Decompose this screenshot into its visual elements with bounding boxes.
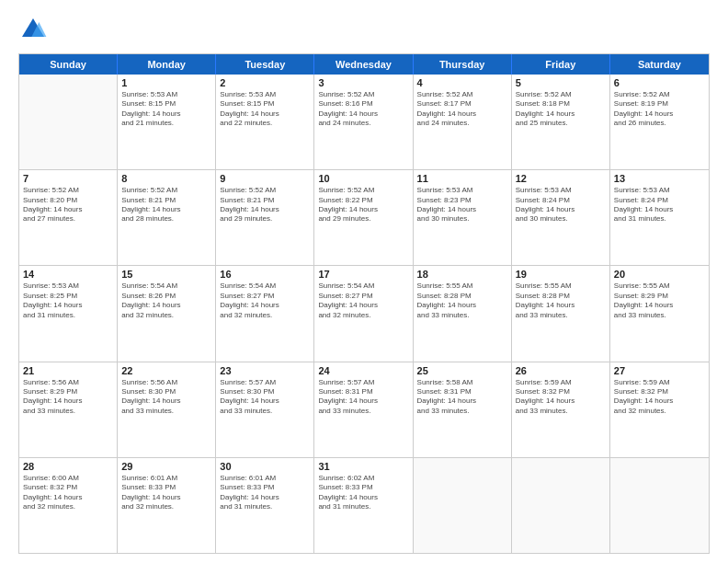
cell-info-line: Sunset: 8:31 PM bbox=[417, 387, 507, 396]
day-number: 4 bbox=[417, 77, 507, 88]
cell-info-line: Sunset: 8:16 PM bbox=[318, 99, 408, 109]
cell-info-line: Daylight: 14 hours bbox=[614, 301, 705, 310]
cell-info-line: and 32 minutes. bbox=[318, 311, 408, 320]
cell-info-line: Sunset: 8:30 PM bbox=[121, 387, 211, 396]
day-number: 1 bbox=[121, 77, 211, 88]
cell-info-line: and 33 minutes. bbox=[614, 311, 705, 320]
calendar-day-header: Thursday bbox=[414, 54, 512, 75]
cell-info-line: Sunrise: 5:56 AM bbox=[23, 378, 113, 387]
cell-info-line: Sunrise: 5:54 AM bbox=[220, 282, 310, 291]
cell-info-line: Sunset: 8:20 PM bbox=[23, 196, 113, 205]
cell-info-line: Sunrise: 5:53 AM bbox=[614, 186, 705, 195]
day-number: 18 bbox=[417, 269, 507, 280]
cell-info-line: Daylight: 14 hours bbox=[121, 301, 211, 310]
calendar-cell: 1Sunrise: 5:53 AMSunset: 8:15 PMDaylight… bbox=[118, 75, 216, 169]
calendar-cell: 24Sunrise: 5:57 AMSunset: 8:31 PMDayligh… bbox=[314, 362, 413, 457]
cell-info-line: Daylight: 14 hours bbox=[220, 109, 310, 119]
day-number: 21 bbox=[23, 365, 113, 376]
cell-info-line: Daylight: 14 hours bbox=[318, 109, 408, 119]
day-number: 16 bbox=[220, 269, 310, 280]
day-number: 7 bbox=[23, 173, 113, 184]
cell-info-line: Sunrise: 5:52 AM bbox=[23, 186, 113, 195]
calendar-cell: 22Sunrise: 5:56 AMSunset: 8:30 PMDayligh… bbox=[118, 362, 216, 457]
cell-info-line: and 29 minutes. bbox=[318, 214, 408, 224]
calendar-cell bbox=[414, 458, 512, 553]
calendar-cell: 6Sunrise: 5:52 AMSunset: 8:19 PMDaylight… bbox=[610, 75, 709, 169]
cell-info-line: Daylight: 14 hours bbox=[516, 396, 606, 406]
cell-info-line: Sunrise: 5:53 AM bbox=[23, 282, 113, 291]
calendar-cell: 11Sunrise: 5:53 AMSunset: 8:23 PMDayligh… bbox=[414, 170, 512, 265]
calendar-row: 1Sunrise: 5:53 AMSunset: 8:15 PMDaylight… bbox=[19, 75, 709, 170]
cell-info-line: Daylight: 14 hours bbox=[318, 301, 408, 310]
calendar-cell: 10Sunrise: 5:52 AMSunset: 8:22 PMDayligh… bbox=[314, 170, 413, 265]
cell-info-line: Sunrise: 5:58 AM bbox=[417, 378, 507, 387]
cell-info-line: Sunset: 8:15 PM bbox=[121, 99, 211, 109]
cell-info-line: Sunset: 8:29 PM bbox=[23, 387, 113, 396]
day-number: 25 bbox=[417, 365, 507, 376]
calendar-cell bbox=[512, 458, 610, 553]
calendar-cell: 21Sunrise: 5:56 AMSunset: 8:29 PMDayligh… bbox=[19, 362, 118, 457]
cell-info-line: Daylight: 14 hours bbox=[417, 396, 507, 406]
cell-info-line: and 32 minutes. bbox=[121, 311, 211, 320]
cell-info-line: and 33 minutes. bbox=[417, 311, 507, 320]
calendar-day-header: Sunday bbox=[19, 54, 118, 75]
cell-info-line: Sunset: 8:29 PM bbox=[614, 292, 705, 301]
calendar-cell: 14Sunrise: 5:53 AMSunset: 8:25 PMDayligh… bbox=[19, 266, 118, 361]
cell-info-line: Sunset: 8:32 PM bbox=[516, 387, 606, 396]
calendar-day-header: Tuesday bbox=[216, 54, 314, 75]
cell-info-line: Daylight: 14 hours bbox=[220, 205, 310, 214]
day-number: 14 bbox=[23, 269, 113, 280]
cell-info-line: and 32 minutes. bbox=[614, 407, 705, 416]
cell-info-line: Sunset: 8:25 PM bbox=[23, 292, 113, 301]
cell-info-line: Sunset: 8:15 PM bbox=[220, 99, 310, 109]
cell-info-line: Sunrise: 5:52 AM bbox=[121, 186, 211, 195]
cell-info-line: and 24 minutes. bbox=[417, 119, 507, 128]
cell-info-line: Sunrise: 5:53 AM bbox=[220, 90, 310, 99]
cell-info-line: Daylight: 14 hours bbox=[417, 301, 507, 310]
header bbox=[18, 15, 710, 44]
cell-info-line: Sunrise: 5:57 AM bbox=[318, 378, 408, 387]
cell-info-line: and 31 minutes. bbox=[318, 502, 408, 511]
calendar-cell: 25Sunrise: 5:58 AMSunset: 8:31 PMDayligh… bbox=[414, 362, 512, 457]
cell-info-line: Daylight: 14 hours bbox=[614, 396, 705, 406]
cell-info-line: and 32 minutes. bbox=[23, 502, 113, 511]
cell-info-line: Daylight: 14 hours bbox=[121, 396, 211, 406]
calendar-row: 28Sunrise: 6:00 AMSunset: 8:32 PMDayligh… bbox=[19, 458, 709, 553]
day-number: 5 bbox=[516, 77, 606, 88]
day-number: 17 bbox=[318, 269, 408, 280]
cell-info-line: Daylight: 14 hours bbox=[318, 396, 408, 406]
calendar-cell: 19Sunrise: 5:55 AMSunset: 8:28 PMDayligh… bbox=[512, 266, 610, 361]
cell-info-line: Sunrise: 5:52 AM bbox=[318, 90, 408, 99]
calendar-row: 14Sunrise: 5:53 AMSunset: 8:25 PMDayligh… bbox=[19, 266, 709, 362]
cell-info-line: Sunset: 8:32 PM bbox=[23, 483, 113, 492]
cell-info-line: Sunrise: 5:56 AM bbox=[121, 378, 211, 387]
day-number: 15 bbox=[121, 269, 211, 280]
calendar-header: SundayMondayTuesdayWednesdayThursdayFrid… bbox=[19, 54, 709, 75]
cell-info-line: and 33 minutes. bbox=[516, 311, 606, 320]
calendar-cell: 31Sunrise: 6:02 AMSunset: 8:33 PMDayligh… bbox=[314, 458, 413, 553]
page: SundayMondayTuesdayWednesdayThursdayFrid… bbox=[0, 0, 728, 563]
cell-info-line: Sunset: 8:22 PM bbox=[318, 196, 408, 205]
day-number: 22 bbox=[121, 365, 211, 376]
calendar-cell: 27Sunrise: 5:59 AMSunset: 8:32 PMDayligh… bbox=[610, 362, 709, 457]
day-number: 20 bbox=[614, 269, 705, 280]
cell-info-line: Sunrise: 5:55 AM bbox=[417, 282, 507, 291]
cell-info-line: and 33 minutes. bbox=[318, 407, 408, 416]
cell-info-line: Sunrise: 5:59 AM bbox=[516, 378, 606, 387]
cell-info-line: and 26 minutes. bbox=[614, 119, 705, 128]
cell-info-line: Sunrise: 5:53 AM bbox=[121, 90, 211, 99]
cell-info-line: Daylight: 14 hours bbox=[121, 109, 211, 119]
cell-info-line: and 30 minutes. bbox=[516, 214, 606, 224]
calendar-cell: 2Sunrise: 5:53 AMSunset: 8:15 PMDaylight… bbox=[216, 75, 314, 169]
day-number: 3 bbox=[318, 77, 408, 88]
cell-info-line: Daylight: 14 hours bbox=[417, 205, 507, 214]
cell-info-line: Sunset: 8:27 PM bbox=[220, 292, 310, 301]
cell-info-line: Sunrise: 5:53 AM bbox=[516, 186, 606, 195]
cell-info-line: Daylight: 14 hours bbox=[516, 205, 606, 214]
calendar-cell: 20Sunrise: 5:55 AMSunset: 8:29 PMDayligh… bbox=[610, 266, 709, 361]
day-number: 29 bbox=[121, 461, 211, 472]
cell-info-line: Sunset: 8:28 PM bbox=[516, 292, 606, 301]
calendar-cell: 29Sunrise: 6:01 AMSunset: 8:33 PMDayligh… bbox=[118, 458, 216, 553]
day-number: 27 bbox=[614, 365, 705, 376]
cell-info-line: Daylight: 14 hours bbox=[318, 493, 408, 502]
